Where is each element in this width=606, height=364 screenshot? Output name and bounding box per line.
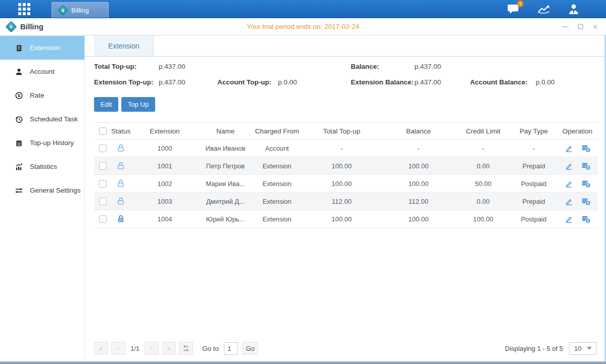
row-checkbox[interactable] xyxy=(99,180,107,188)
cell-balance: 100.00 xyxy=(381,175,456,193)
sidebar-item-scheduled-task[interactable]: Scheduled Task xyxy=(0,107,84,131)
page-size-select[interactable]: 10 xyxy=(569,342,596,355)
cell-credit-limit: 0.00 xyxy=(456,157,510,175)
cell-charged-from: Extension xyxy=(252,157,302,175)
col-charged-from: Charged From xyxy=(252,123,302,140)
cell-charged-from: Extension xyxy=(252,175,302,193)
select-all-checkbox[interactable] xyxy=(99,127,107,135)
row-checkbox[interactable] xyxy=(99,162,107,170)
balance-label: Balance: xyxy=(351,63,379,70)
svg-text:$: $ xyxy=(587,148,589,152)
lock-locked-icon[interactable] xyxy=(116,214,125,223)
edit-button[interactable]: Edit xyxy=(94,97,118,112)
cell-balance: 112.00 xyxy=(381,193,456,210)
last-page-button[interactable]: » xyxy=(162,342,176,355)
lock-open-icon[interactable] xyxy=(116,197,125,206)
top-up-coins-icon[interactable]: $ xyxy=(581,215,591,223)
edit-icon[interactable] xyxy=(565,197,573,206)
col-status: Status xyxy=(111,123,130,140)
sidebar-item-label: Statistics xyxy=(30,163,57,170)
extension-balance-label: Extension Balance: xyxy=(351,78,414,86)
table-row: 1004 Юрий Юрь... Extension 100.00 100.00… xyxy=(94,210,598,228)
lock-open-icon[interactable] xyxy=(116,144,125,153)
next-page-button[interactable]: › xyxy=(145,342,159,355)
page-size-value: 10 xyxy=(574,345,581,352)
edit-icon[interactable] xyxy=(565,144,573,153)
top-up-coins-icon[interactable]: $ xyxy=(581,162,591,170)
sidebar-item-general-settings[interactable]: General Settings xyxy=(0,178,84,202)
main-content: Extension Total Top-up: p.437.00 Balance… xyxy=(85,35,604,361)
taskbar-tab-billing[interactable]: $ Billing xyxy=(52,2,109,18)
account-topup-value: p.0.00 xyxy=(278,78,297,86)
cell-total-topup: 100.00 xyxy=(302,210,381,228)
refresh-button[interactable] xyxy=(179,342,193,355)
svg-text:$: $ xyxy=(587,219,589,223)
row-checkbox[interactable] xyxy=(99,215,107,223)
cell-extension: 1004 xyxy=(130,210,199,228)
prev-page-button[interactable]: ‹ xyxy=(111,342,125,355)
sidebar-item-topup-history[interactable]: Top-up History xyxy=(0,131,84,155)
tab-extension[interactable]: Extension xyxy=(94,35,154,56)
trial-period-message: Your trial period ends on: 2017-02-24 xyxy=(247,23,359,30)
cell-name: Мария Ива... xyxy=(199,175,252,193)
app-title: Billing xyxy=(20,22,43,31)
extension-topup-label: Extension Top-up: xyxy=(94,78,154,86)
row-checkbox[interactable] xyxy=(99,145,107,152)
sliders-icon xyxy=(15,186,23,195)
cell-credit-limit: 0.00 xyxy=(456,193,510,210)
app-logo-icon: $ xyxy=(6,21,17,32)
edit-icon[interactable] xyxy=(565,179,573,188)
col-extension: Extension xyxy=(130,123,199,140)
page-indicator: 1/1 xyxy=(130,345,139,352)
user-account-icon[interactable] xyxy=(568,4,580,15)
edit-icon[interactable] xyxy=(565,162,573,170)
bar-chart-icon xyxy=(15,162,23,171)
edit-icon[interactable] xyxy=(565,215,573,223)
sidebar-item-extension[interactable]: Extension xyxy=(0,36,84,60)
cell-name: Юрий Юрь... xyxy=(199,210,252,228)
tab-strip: Extension xyxy=(85,35,604,57)
goto-page-input[interactable] xyxy=(224,342,238,355)
cell-pay-type: Prepaid xyxy=(510,193,557,210)
statistics-chart-icon[interactable] xyxy=(537,4,550,15)
sidebar-item-label: Rate xyxy=(30,92,44,99)
col-total-topup: Total Top-up xyxy=(302,123,381,140)
cell-pay-type: Prepaid xyxy=(510,157,557,175)
notepad-icon xyxy=(15,139,23,148)
first-page-button[interactable]: « xyxy=(94,342,108,355)
extensions-table: Status Extension Name Charged From Total… xyxy=(94,122,598,228)
col-balance: Balance xyxy=(381,123,456,140)
cell-charged-from: Extension xyxy=(252,193,302,210)
top-up-coins-icon[interactable]: $ xyxy=(581,179,591,188)
top-up-coins-icon[interactable]: $ xyxy=(581,197,591,206)
row-checkbox[interactable] xyxy=(99,198,107,205)
sidebar-item-account[interactable]: Account xyxy=(0,60,84,83)
table-header-row: Status Extension Name Charged From Total… xyxy=(94,123,598,140)
cell-total-topup: - xyxy=(302,140,381,157)
close-icon[interactable]: × xyxy=(592,22,598,31)
cell-charged-from: Account xyxy=(252,140,302,157)
cell-name: Петр Петров xyxy=(199,157,252,175)
table-row: 1000 Иван Иванов Account - - - - $ xyxy=(94,140,598,157)
lock-open-icon[interactable] xyxy=(116,161,125,170)
app-grid-icon[interactable] xyxy=(18,3,30,15)
minimize-icon[interactable] xyxy=(562,26,569,27)
billing-diamond-icon: $ xyxy=(58,5,68,15)
col-name: Name xyxy=(199,123,252,140)
col-pay-type: Pay Type xyxy=(510,123,557,140)
top-up-coins-icon[interactable]: $ xyxy=(581,144,591,153)
top-up-button[interactable]: Top Up xyxy=(121,97,155,112)
extension-balance-value: p.437.00 xyxy=(414,78,441,86)
notifications-icon[interactable]: ! xyxy=(507,4,520,15)
go-button[interactable]: Go xyxy=(242,342,258,355)
total-topup-label: Total Top-up: xyxy=(94,63,136,70)
billing-app-window: $ Billing ! xyxy=(0,0,606,364)
cell-balance: - xyxy=(381,140,456,157)
sidebar-item-label: Scheduled Task xyxy=(30,115,78,123)
sidebar-item-rate[interactable]: $ Rate xyxy=(0,83,84,107)
sidebar-item-statistics[interactable]: Statistics xyxy=(0,155,84,178)
lock-open-icon[interactable] xyxy=(116,179,125,188)
balance-value: p.437.00 xyxy=(414,63,441,70)
clock-history-icon xyxy=(15,115,23,124)
maximize-icon[interactable] xyxy=(578,24,583,29)
